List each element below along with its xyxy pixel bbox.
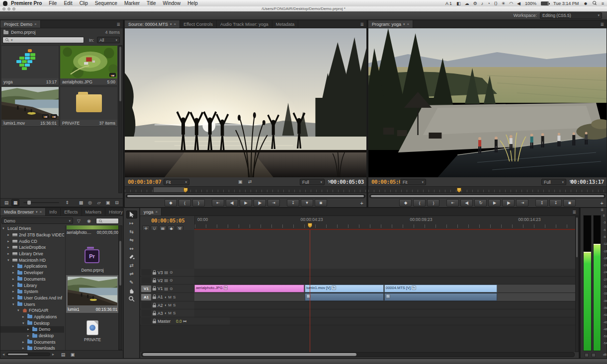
project-item-yoga[interactable]: yoga13:17 <box>1 45 59 85</box>
source-quality-dropdown[interactable]: Full▾ <box>300 179 325 185</box>
clip-lumix1-mov-v-[interactable]: lumix1.mov [V]fx <box>305 285 384 292</box>
menu-sequence[interactable]: Sequence <box>91 0 121 6</box>
timeline-playhead-line[interactable] <box>310 230 310 352</box>
zoom-slider[interactable] <box>23 202 59 203</box>
tool-rate-stretch[interactable]: ↭ <box>126 244 137 252</box>
mute-button[interactable]: M <box>168 303 172 307</box>
program-quality-dropdown[interactable]: Full▾ <box>541 179 566 185</box>
disclosure-open-icon[interactable]: ▾ <box>12 302 16 306</box>
source-zoom-dropdown[interactable]: Fit▾ <box>164 179 189 185</box>
settings-icon[interactable]: ⚙ <box>473 1 477 6</box>
audio-clip[interactable]: fx <box>384 293 497 301</box>
delete-button[interactable]: ⊟ <box>113 199 121 206</box>
menu-premiere-pro[interactable]: Premiere Pro <box>7 0 45 6</box>
add-button[interactable]: + <box>360 200 363 206</box>
tree-item-2nd-3tb-backup-video[interactable]: ▸2nd 3TB Backup VIDEO <box>0 232 64 238</box>
export-frame-button[interactable]: ◙ <box>315 199 327 207</box>
source-patch-empty[interactable] <box>141 269 151 276</box>
track-name[interactable]: V2 <box>158 278 163 283</box>
disclosure-open-icon[interactable]: ▾ <box>7 258 11 262</box>
track-name[interactable]: V3 <box>158 270 163 275</box>
close-icon[interactable]: × <box>407 22 410 26</box>
zoom-window-icon[interactable] <box>12 7 15 10</box>
step-forward-button[interactable]: |▶ <box>502 199 515 207</box>
project-item-aerialphoto[interactable]: aerialphoto.JPG5:00 <box>60 45 118 85</box>
new-item-button[interactable]: ▣ <box>104 199 112 206</box>
tool-selection[interactable] <box>126 211 137 218</box>
timeline-ruler[interactable]: 00:0000:00:04:2300:00:09:2300:00:14:23 <box>194 216 576 230</box>
disclosure-closed-icon[interactable]: ▸ <box>12 264 16 268</box>
menu-edit[interactable]: Edit <box>60 0 76 6</box>
disclosure-open-icon[interactable]: ▾ <box>22 321 26 325</box>
mute-button[interactable]: M <box>168 311 172 315</box>
tool-slide[interactable]: ⇌ <box>126 270 137 278</box>
menu-marker[interactable]: Marker <box>121 0 143 6</box>
panel-menu-icon[interactable]: ≣ <box>598 20 607 28</box>
program-video-viewer[interactable] <box>368 28 607 177</box>
toggle-output-eye-icon[interactable]: ⊙ <box>170 270 173 275</box>
tree-item-users[interactable]: ▾Users <box>0 301 64 307</box>
panel-menu-icon[interactable]: ≣ <box>357 20 366 28</box>
project-item-private[interactable]: PRIVATE37 Items <box>60 86 118 127</box>
speaker-icon[interactable]: ◖ <box>164 311 167 315</box>
tree-item-developer[interactable]: ▸Developer <box>0 270 64 276</box>
audio-clip[interactable]: fx <box>305 293 384 301</box>
menu-window[interactable]: Window <box>160 0 184 6</box>
go-to-in-button[interactable]: ⇤ <box>446 199 459 207</box>
overwrite-button[interactable]: ▼ <box>301 199 313 207</box>
user-icon[interactable]: ☻ <box>583 1 588 6</box>
tab-program-yoga[interactable]: Program: yoga ▾ × <box>368 20 413 28</box>
find-button[interactable]: ◎ <box>86 199 94 206</box>
lock-icon[interactable] <box>153 272 156 275</box>
menu-file[interactable]: File <box>45 0 60 6</box>
disclosure-closed-icon[interactable]: ▸ <box>7 233 11 237</box>
fit-icon[interactable]: ▸◂ <box>183 319 185 323</box>
source-video-viewer[interactable] <box>125 28 366 177</box>
in-filter-dropdown[interactable]: All ▾ <box>97 37 120 43</box>
lift-button[interactable]: ↥ <box>535 199 548 207</box>
menu-help[interactable]: Help <box>184 0 201 6</box>
track-name[interactable]: A2 <box>158 303 163 308</box>
chevron-down-icon[interactable]: ▾ <box>403 22 405 26</box>
source-mini-timeline[interactable] <box>125 186 366 193</box>
disclosure-closed-icon[interactable]: ▸ <box>12 296 16 300</box>
minimize-window-icon[interactable] <box>7 7 10 10</box>
disclosure-closed-icon[interactable]: ▸ <box>12 290 16 293</box>
tab-media-browser[interactable]: Media Browser▾× <box>0 208 46 216</box>
play-in-out-button[interactable]: ↻ <box>474 199 487 207</box>
icon-view-button[interactable]: ▦ <box>11 199 19 206</box>
step-forward-button[interactable]: |▶ <box>254 199 266 207</box>
output-icon[interactable]: ⇄ <box>248 179 252 184</box>
media-browser-scrollbar[interactable] <box>118 225 122 350</box>
go-to-out-button[interactable]: ⇥ <box>267 199 280 207</box>
media-search-input[interactable] <box>96 218 119 224</box>
disclosure-closed-icon[interactable]: ▸ <box>27 327 31 331</box>
lock-icon[interactable] <box>153 280 156 283</box>
mark-out-button[interactable]: } <box>192 199 205 207</box>
tree-item-user-guides-and-inf[interactable]: ▸User Guides And Inf <box>0 295 64 301</box>
aerialphoto-thumb-strip[interactable] <box>67 225 118 229</box>
tool-hand[interactable] <box>126 287 137 294</box>
close-icon[interactable]: × <box>174 22 176 26</box>
tree-item-downloads[interactable]: ▸Downloads <box>0 345 64 350</box>
file-type-filter-icon[interactable]: ▽ <box>77 218 81 223</box>
tab-project-demo[interactable]: Project: Demo × <box>0 20 41 28</box>
program-mini-timeline[interactable] <box>368 186 607 193</box>
item-name[interactable]: lumix1.mov <box>3 121 25 126</box>
updown-icon[interactable]: ⇕ <box>63 199 71 206</box>
automate-to-sequence-button[interactable]: ▩ <box>77 199 85 206</box>
fx-badge-icon[interactable]: fx <box>386 294 390 298</box>
tool-pen[interactable]: ✎ <box>126 278 137 286</box>
disclosure-closed-icon[interactable]: ▸ <box>27 334 31 338</box>
disclosure-closed-icon[interactable]: ▸ <box>7 239 11 243</box>
premiere-project-icon[interactable]: Pr <box>85 249 99 263</box>
workspace-dropdown[interactable]: Editing (CS5.5) ▾ <box>540 12 602 19</box>
tree-item-fongair[interactable]: ▾FONGAIR <box>0 307 64 314</box>
marker-button[interactable]: ◆ <box>399 199 412 207</box>
add-button[interactable]: + <box>601 200 604 206</box>
project-bin-name[interactable]: Demo.prproj <box>11 30 36 35</box>
disclosure-closed-icon[interactable]: ▸ <box>12 277 16 281</box>
time-machine-icon[interactable]: ◔ <box>487 1 490 6</box>
item-name[interactable]: PRIVATE <box>62 121 80 126</box>
step-back-button[interactable]: ◀| <box>226 199 238 207</box>
